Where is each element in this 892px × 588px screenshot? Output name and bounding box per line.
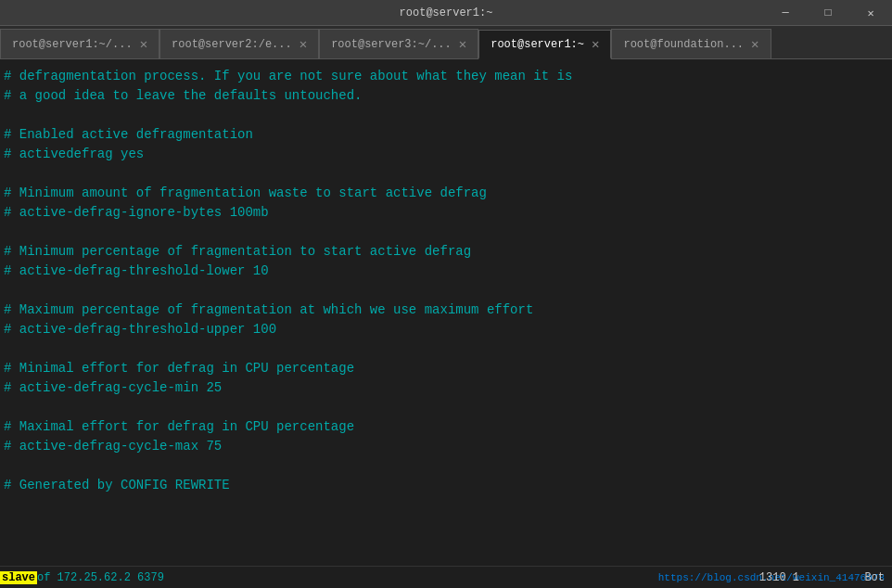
content-line-8: # active-defrag-threshold-lower 10 xyxy=(4,262,888,281)
content-line-14: # active-defrag-cycle-max 75 xyxy=(4,437,888,456)
tab-label-1: root@server1:~/... xyxy=(12,38,133,51)
window-controls: ─ □ ✕ xyxy=(764,0,892,26)
window-title: root@server1:~ xyxy=(400,6,493,19)
status-bar: slave of 172.25.62.2 6379 https://blog.c… xyxy=(0,566,892,588)
content-line-10: # active-defrag-threshold-upper 100 xyxy=(4,320,888,339)
content-line-9: # Maximum percentage of fragmentation at… xyxy=(4,300,888,320)
empty-line-4 xyxy=(4,281,888,300)
empty-line-1 xyxy=(4,106,888,125)
status-mode: Bot xyxy=(864,571,885,584)
status-position: 1310 1 xyxy=(759,571,799,584)
tab-server1-home[interactable]: root@server1:~/... ✕ xyxy=(0,29,159,58)
empty-line-2 xyxy=(4,164,888,184)
content-line-1: # defragmentation process. If you are no… xyxy=(4,67,888,86)
content-line-7: # Minimum percentage of fragmentation to… xyxy=(4,242,888,262)
content-line-13: # Maximal effort for defrag in CPU perce… xyxy=(4,417,888,437)
content-line-3: # Enabled active defragmentation xyxy=(4,125,888,145)
empty-line-5 xyxy=(4,339,888,359)
tab-close-4[interactable]: ✕ xyxy=(592,36,599,52)
tab-close-2[interactable]: ✕ xyxy=(299,36,307,52)
content-line-6: # active-defrag-ignore-bytes 100mb xyxy=(4,203,888,223)
tab-label-5: root@foundation... xyxy=(623,38,744,51)
content-line-5: # Minimum amount of fragmentation waste … xyxy=(4,184,888,203)
content-line-11: # Minimal effort for defrag in CPU perce… xyxy=(4,359,888,378)
restore-button[interactable]: □ xyxy=(807,0,849,26)
tab-server1-active[interactable]: root@server1:~ ✕ xyxy=(478,30,611,59)
tab-foundation[interactable]: root@foundation... ✕ xyxy=(611,29,771,58)
close-button[interactable]: ✕ xyxy=(849,0,892,26)
terminal-content: # defragmentation process. If you are no… xyxy=(0,59,892,566)
tab-label-4: root@server1:~ xyxy=(491,38,584,51)
tab-server3[interactable]: root@server3:~/... ✕ xyxy=(319,29,478,58)
slave-badge: slave xyxy=(0,571,37,584)
empty-line-6 xyxy=(4,398,888,417)
content-line-2: # a good idea to leave the defaults unto… xyxy=(4,86,888,106)
empty-line-7 xyxy=(4,456,888,476)
minimize-button[interactable]: ─ xyxy=(764,0,807,26)
tab-close-5[interactable]: ✕ xyxy=(751,36,758,52)
tab-server2[interactable]: root@server2:/e... ✕ xyxy=(159,29,319,58)
tab-close-1[interactable]: ✕ xyxy=(140,36,147,52)
tab-close-3[interactable]: ✕ xyxy=(459,36,466,52)
tab-label-3: root@server3:~/... xyxy=(331,38,452,51)
title-bar: root@server1:~ ─ □ ✕ xyxy=(0,0,892,26)
empty-line-3 xyxy=(4,223,888,242)
tab-label-2: root@server2:/e... xyxy=(172,38,292,51)
content-line-12: # active-defrag-cycle-min 25 xyxy=(4,378,888,398)
status-connection-text: of 172.25.62.2 6379 xyxy=(37,571,164,584)
content-line-15: # Generated by CONFIG REWRITE xyxy=(4,476,888,495)
tab-bar: root@server1:~/... ✕ root@server2:/e... … xyxy=(0,26,892,59)
content-line-4: # activedefrag yes xyxy=(4,145,888,164)
